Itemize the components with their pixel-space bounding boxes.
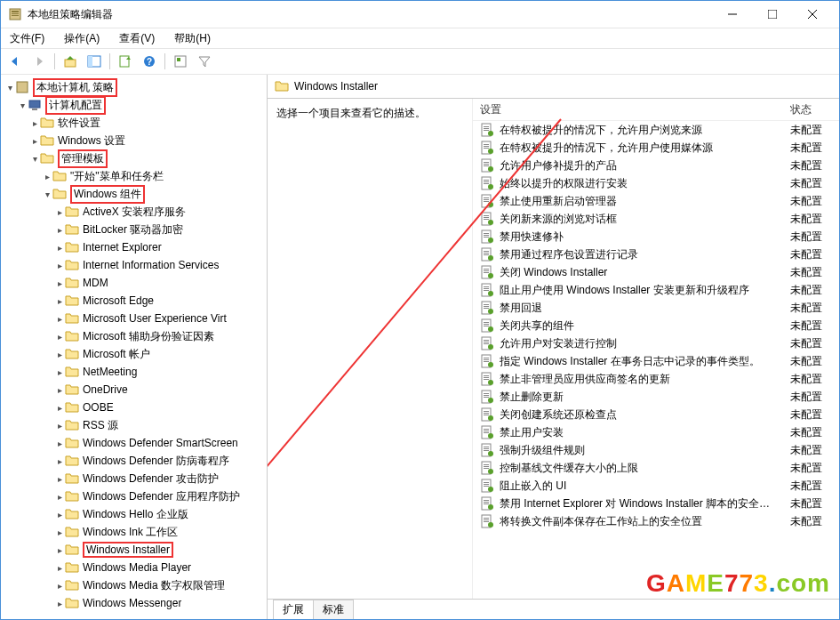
expander-icon[interactable]: ▸: [54, 314, 65, 324]
tree-admin-templates[interactable]: ▾ 管理模板: [1, 149, 267, 167]
expander-icon[interactable]: ▸: [54, 492, 65, 502]
setting-row[interactable]: 禁用 Internet Explorer 对 Windows Installer…: [473, 495, 839, 512]
properties-button[interactable]: [170, 51, 191, 72]
setting-row[interactable]: 禁止使用重新启动管理器未配置: [473, 192, 839, 210]
setting-row[interactable]: 禁用通过程序包设置进行记录未配置: [473, 246, 839, 263]
tree-component-item[interactable]: ▸Windows Installer: [1, 541, 267, 559]
show-hide-tree-button[interactable]: [84, 51, 105, 72]
tree-component-item[interactable]: ▸MDM: [1, 274, 267, 292]
setting-row[interactable]: 强制升级组件规则未配置: [473, 441, 839, 459]
tree-component-item[interactable]: ▸Microsoft User Experience Virt: [1, 310, 267, 327]
tree-component-item[interactable]: ▸Windows Media 数字权限管理: [1, 576, 267, 594]
setting-row[interactable]: 允许用户修补提升的产品未配置: [473, 157, 839, 174]
tree-component-item[interactable]: ▸Microsoft 辅助身份验证因素: [1, 327, 267, 345]
up-button[interactable]: [60, 51, 81, 72]
tab-extended[interactable]: 扩展: [273, 600, 314, 619]
expander-icon[interactable]: ▸: [54, 474, 65, 484]
expander-icon[interactable]: ▸: [54, 439, 65, 448]
tree-component-item[interactable]: ▸Microsoft Edge: [1, 292, 267, 310]
expander-icon[interactable]: ▸: [29, 136, 40, 146]
tree-component-item[interactable]: ▸RSS 源: [1, 416, 267, 434]
expander-icon[interactable]: ▸: [54, 563, 65, 573]
expander-icon[interactable]: ▸: [54, 296, 65, 306]
close-button[interactable]: [792, 2, 832, 28]
tree-component-item[interactable]: ▸OneDrive: [1, 381, 267, 399]
expander-icon[interactable]: ▸: [54, 332, 65, 342]
expander-icon[interactable]: ▸: [54, 421, 65, 431]
expander-icon[interactable]: ▸: [54, 350, 65, 359]
expander-icon[interactable]: ▾: [17, 101, 28, 110]
tree-computer-config[interactable]: ▾ 计算机配置: [1, 96, 267, 114]
expander-icon[interactable]: ▸: [42, 172, 52, 181]
tree-start-taskbar[interactable]: ▸ "开始"菜单和任务栏: [1, 167, 267, 185]
expander-icon[interactable]: ▸: [54, 278, 65, 288]
expander-icon[interactable]: ▸: [54, 403, 65, 413]
expander-icon[interactable]: ▸: [54, 456, 65, 466]
tree-component-item[interactable]: ▸ActiveX 安装程序服务: [1, 203, 267, 221]
expander-icon[interactable]: ▸: [54, 599, 65, 608]
expander-icon[interactable]: ▾: [42, 189, 52, 199]
expander-icon[interactable]: ▸: [54, 581, 65, 591]
tree-component-item[interactable]: ▸Internet Explorer: [1, 238, 267, 256]
maximize-button[interactable]: [752, 2, 792, 28]
tree-component-item[interactable]: ▸Windows Messenger: [1, 594, 267, 612]
export-button[interactable]: [115, 51, 136, 72]
col-setting-header[interactable]: 设置: [473, 102, 790, 117]
expander-icon[interactable]: ▸: [54, 243, 65, 253]
setting-row[interactable]: 始终以提升的权限进行安装未配置: [473, 174, 839, 192]
setting-row[interactable]: 阻止用户使用 Windows Installer 安装更新和升级程序未配置: [473, 281, 839, 299]
setting-row[interactable]: 在特权被提升的情况下，允许用户浏览来源未配置: [473, 121, 839, 139]
setting-row[interactable]: 禁用回退未配置: [473, 299, 839, 317]
expander-icon[interactable]: ▸: [54, 225, 65, 235]
setting-row[interactable]: 禁止删除更新未配置: [473, 388, 839, 406]
tree-component-item[interactable]: ▸NetMeeting: [1, 363, 267, 381]
tree-component-item[interactable]: ▸Internet Information Services: [1, 256, 267, 274]
expander-icon[interactable]: ▸: [54, 385, 65, 395]
forward-button[interactable]: [28, 51, 50, 72]
expander-icon[interactable]: ▸: [29, 118, 40, 128]
tree-component-item[interactable]: ▸Windows Defender SmartScreen: [1, 434, 267, 452]
tree-component-item[interactable]: ▸BitLocker 驱动器加密: [1, 221, 267, 238]
tree-component-item[interactable]: ▸Microsoft 帐户: [1, 345, 267, 363]
menu-file[interactable]: 文件(F): [6, 29, 48, 48]
setting-row[interactable]: 关闭共享的组件未配置: [473, 317, 839, 334]
setting-row[interactable]: 关闭 Windows Installer未配置: [473, 263, 839, 281]
setting-row[interactable]: 允许用户对安装进行控制未配置: [473, 334, 839, 352]
tab-standard[interactable]: 标准: [313, 600, 354, 619]
expander-icon[interactable]: ▸: [54, 261, 65, 270]
settings-pane[interactable]: 设置 状态 在特权被提升的情况下，允许用户浏览来源未配置在特权被提升的情况下，允…: [473, 99, 839, 599]
expander-icon[interactable]: ▸: [54, 527, 65, 537]
expander-icon[interactable]: ▸: [54, 367, 65, 377]
tree-software-settings[interactable]: ▸ 软件设置: [1, 114, 267, 132]
tree-pane[interactable]: ▾ 本地计算机 策略 ▾ 计算机配置 ▸ 软件设置 ▸ Windows 设置 ▾: [1, 75, 268, 619]
tree-component-item[interactable]: ▸Windows Defender 应用程序防护: [1, 487, 267, 505]
expander-icon[interactable]: ▾: [29, 154, 40, 164]
setting-row[interactable]: 在特权被提升的情况下，允许用户使用媒体源未配置: [473, 139, 839, 157]
tree-root[interactable]: ▾ 本地计算机 策略: [1, 78, 267, 96]
tree-component-item[interactable]: ▸Windows Defender 攻击防护: [1, 470, 267, 487]
filter-button[interactable]: [194, 51, 215, 72]
tree-windows-components[interactable]: ▾ Windows 组件: [1, 185, 267, 203]
expander-icon[interactable]: ▸: [54, 510, 65, 519]
tree-windows-settings[interactable]: ▸ Windows 设置: [1, 132, 267, 149]
expander-icon[interactable]: ▸: [54, 545, 65, 555]
setting-row[interactable]: 阻止嵌入的 UI未配置: [473, 477, 839, 495]
setting-row[interactable]: 禁止非管理员应用供应商签名的更新未配置: [473, 370, 839, 388]
setting-row[interactable]: 关闭新来源的浏览对话框未配置: [473, 210, 839, 228]
back-button[interactable]: [4, 51, 26, 72]
menu-action[interactable]: 操作(A): [60, 29, 103, 48]
setting-row[interactable]: 控制基线文件缓存大小的上限未配置: [473, 459, 839, 477]
minimize-button[interactable]: [712, 2, 752, 28]
tree-component-item[interactable]: ▸Windows Hello 企业版: [1, 505, 267, 523]
setting-row[interactable]: 禁用快速修补未配置: [473, 228, 839, 246]
menu-help[interactable]: 帮助(H): [171, 29, 214, 48]
tree-component-item[interactable]: ▸Windows Defender 防病毒程序: [1, 452, 267, 470]
setting-row[interactable]: 将转换文件副本保存在工作站上的安全位置未配置: [473, 512, 839, 530]
settings-header[interactable]: 设置 状态: [473, 99, 839, 121]
expander-icon[interactable]: ▾: [4, 83, 15, 93]
titlebar[interactable]: 本地组策略编辑器: [1, 1, 839, 28]
col-state-header[interactable]: 状态: [790, 102, 839, 117]
tree-component-item[interactable]: ▸OOBE: [1, 399, 267, 416]
setting-row[interactable]: 关闭创建系统还原检查点未配置: [473, 406, 839, 423]
setting-row[interactable]: 指定 Windows Installer 在事务日志中记录的事件类型。未配置: [473, 352, 839, 370]
